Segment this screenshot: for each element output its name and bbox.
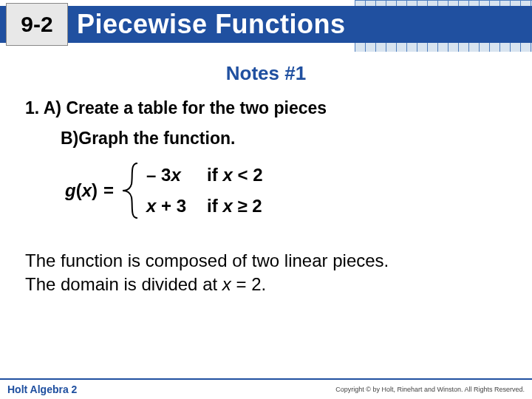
explanation-line2b: = 2. [231, 274, 266, 294]
page-title: Piecewise Functions [77, 6, 346, 43]
explanation-text: The function is composed of two linear p… [25, 249, 511, 297]
piecewise-cases: – 3x if x < 2 x + 3 if x ≥ 2 [146, 165, 262, 216]
case1-expression: – 3x [146, 165, 186, 185]
function-name: g(x) [65, 180, 98, 201]
piecewise-definition: g(x) = – 3x if x < 2 x + 3 if x ≥ 2 [65, 162, 511, 219]
footer-bar: Holt Algebra 2 Copyright © by Holt, Rine… [0, 378, 532, 399]
notes-heading: Notes #1 [21, 62, 511, 85]
equals-sign: = [103, 180, 114, 201]
explanation-line2a: The domain is divided at [25, 274, 222, 294]
footer-book-title: Holt Algebra 2 [7, 383, 77, 395]
case2-expression: x + 3 [146, 196, 186, 216]
content-area: Notes #1 1. A) Create a table for the tw… [0, 52, 532, 297]
explanation-line1: The function is composed of two linear p… [25, 250, 389, 270]
x-label: x [82, 180, 92, 200]
header-bar: 9-2 Piecewise Functions [0, 0, 532, 52]
piecewise-brace-icon [121, 162, 142, 219]
footer-copyright: Copyright © by Holt, Rinehart and Winsto… [335, 386, 525, 393]
case2-condition: if x ≥ 2 [207, 196, 262, 216]
explanation-var: x [222, 274, 231, 294]
section-number: 9-2 [21, 12, 52, 37]
problem-stem: 1. A) Create a table for the two pieces [25, 98, 511, 118]
case1-condition: if x < 2 [207, 165, 262, 185]
section-number-badge: 9-2 [6, 3, 68, 46]
part-b-text: B)Graph the function. [61, 129, 511, 149]
g-label: g [65, 180, 76, 200]
